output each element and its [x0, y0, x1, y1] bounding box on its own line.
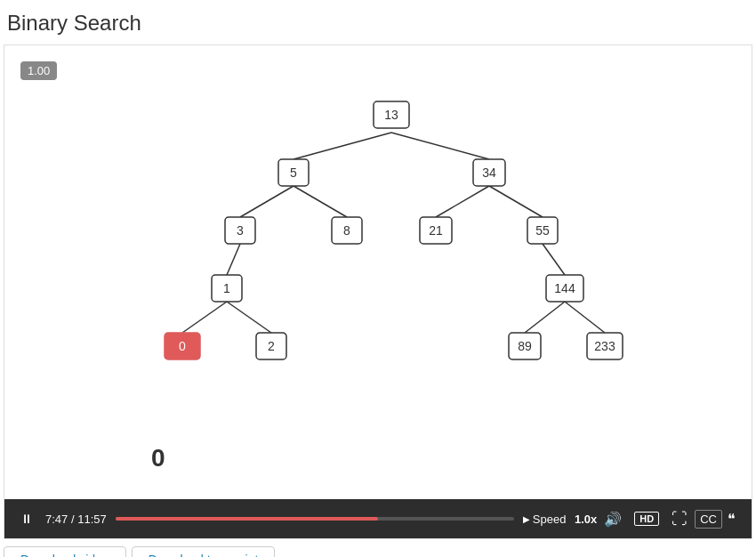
tree-node-21: 21 — [420, 217, 452, 244]
svg-text:233: 233 — [594, 339, 615, 353]
download-transcript-link[interactable]: Download transcript — [132, 546, 276, 557]
svg-text:89: 89 — [518, 339, 532, 353]
tree-node-55: 55 — [527, 217, 558, 244]
volume-button[interactable]: 🔊 — [597, 507, 629, 531]
speed-control[interactable]: ▶ Speed 1.0x — [523, 513, 598, 526]
svg-line-4 — [436, 186, 489, 217]
svg-text:55: 55 — [535, 223, 550, 238]
svg-line-9 — [227, 302, 271, 333]
svg-text:3: 3 — [237, 223, 244, 238]
download-video-link[interactable]: Download video — [4, 546, 126, 557]
svg-line-5 — [489, 186, 543, 217]
tree-node-1: 1 — [212, 275, 242, 302]
search-value-display: 0 — [151, 444, 165, 472]
hd-badge: HD — [634, 512, 659, 526]
time-display: 7:47 / 11:57 — [45, 513, 107, 526]
time-current: 7:47 — [45, 513, 68, 526]
speed-value: 1.0x — [575, 513, 597, 526]
progress-fill — [116, 517, 378, 521]
video-container: 1.00 — [4, 44, 752, 539]
cc-button[interactable]: CC — [695, 510, 722, 529]
speed-arrow-icon: ▶ — [523, 514, 530, 524]
tree-node-3: 3 — [225, 217, 255, 244]
time-separator: / — [71, 513, 75, 526]
tree-node-34: 34 — [473, 159, 505, 186]
svg-line-2 — [240, 186, 294, 217]
svg-text:2: 2 — [268, 339, 275, 353]
svg-line-7 — [543, 244, 565, 275]
progress-bar[interactable] — [116, 517, 514, 521]
bottom-links: Download video Download transcript — [0, 539, 756, 557]
quote-button[interactable]: ❝ — [722, 507, 741, 531]
tree-node-5: 5 — [278, 159, 309, 186]
fullscreen-button[interactable]: ⛶ — [664, 506, 695, 532]
svg-text:5: 5 — [290, 165, 297, 180]
tree-node-0: 0 — [165, 333, 200, 359]
hd-button[interactable]: HD — [629, 508, 664, 529]
version-badge: 1.00 — [20, 61, 57, 80]
time-total: 11:57 — [77, 513, 107, 526]
svg-line-3 — [294, 186, 347, 217]
svg-line-8 — [182, 302, 227, 333]
tree-node-13: 13 — [374, 101, 409, 128]
play-pause-button[interactable]: ⏸ — [15, 508, 38, 529]
svg-line-0 — [294, 133, 391, 159]
page-title: Binary Search — [0, 0, 756, 44]
svg-text:34: 34 — [482, 165, 496, 180]
tree-node-8: 8 — [332, 217, 362, 244]
svg-text:13: 13 — [384, 108, 398, 122]
tree-node-2: 2 — [256, 333, 286, 359]
svg-text:8: 8 — [343, 223, 350, 238]
svg-text:0: 0 — [179, 339, 186, 353]
tree-node-233: 233 — [587, 333, 623, 359]
svg-text:21: 21 — [429, 223, 443, 238]
tree-area: 1.00 — [4, 45, 752, 499]
svg-text:1: 1 — [223, 281, 230, 295]
svg-line-11 — [565, 302, 605, 333]
controls-bar: ⏸ 7:47 / 11:57 ▶ Speed 1.0x 🔊 HD ⛶ CC ❝ — [4, 499, 752, 538]
binary-tree-svg: 13 5 34 3 8 — [13, 63, 743, 419]
svg-text:144: 144 — [554, 281, 575, 295]
tree-node-144: 144 — [546, 275, 583, 302]
svg-line-6 — [227, 244, 240, 275]
svg-line-1 — [391, 133, 489, 159]
tree-node-89: 89 — [509, 333, 541, 359]
svg-line-10 — [525, 302, 565, 333]
speed-text: Speed — [533, 513, 567, 526]
